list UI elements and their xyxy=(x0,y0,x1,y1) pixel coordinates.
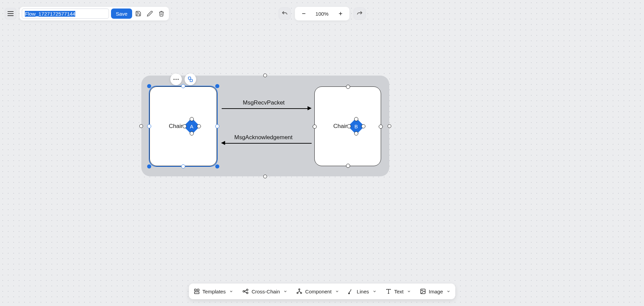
chevron-down-icon xyxy=(335,289,339,293)
redo-button[interactable] xyxy=(354,7,366,20)
group-handle-left[interactable] xyxy=(139,124,143,128)
chevron-down-icon xyxy=(407,289,411,293)
lines-menu[interactable]: Lines xyxy=(348,288,377,294)
zoom-control: 100% xyxy=(295,7,349,20)
zoom-out-button[interactable] xyxy=(298,8,309,19)
arrow-bottom-label: MsgAcknowledgement xyxy=(234,134,293,141)
templates-menu[interactable]: Templates xyxy=(193,288,233,294)
undo-button[interactable] xyxy=(279,7,291,20)
cross-chain-label: Cross-Chain xyxy=(252,289,280,294)
filename-input[interactable] xyxy=(22,9,109,19)
edit-button[interactable] xyxy=(144,8,155,19)
selection-handle-nw[interactable] xyxy=(147,84,151,88)
arrow-bottom[interactable] xyxy=(225,143,312,144)
image-menu[interactable]: Image xyxy=(420,288,451,294)
templates-label: Templates xyxy=(202,289,225,294)
image-label: Image xyxy=(429,289,443,294)
chevron-down-icon xyxy=(229,289,233,293)
overlap-squares-icon xyxy=(188,77,193,82)
chain-b-handle-n[interactable] xyxy=(346,85,350,89)
chain-a-label: Chain xyxy=(169,123,184,130)
selection-handle-w[interactable] xyxy=(147,124,151,128)
svg-point-22 xyxy=(348,293,349,294)
selection-handle-ne[interactable] xyxy=(215,84,219,88)
text-label: Text xyxy=(394,289,404,294)
selection-handle-sw[interactable] xyxy=(147,164,151,168)
node-more-actions-button[interactable] xyxy=(170,74,182,85)
badge-handle-bottom[interactable] xyxy=(190,131,194,135)
text-icon xyxy=(385,288,391,294)
undo-icon xyxy=(281,10,288,17)
badge-b-handle-bottom[interactable] xyxy=(354,131,358,135)
group-handle-right[interactable] xyxy=(388,124,391,128)
svg-point-16 xyxy=(299,289,300,290)
floppy-disk-icon xyxy=(135,11,141,17)
cross-chain-menu[interactable]: Cross-Chain xyxy=(242,288,287,294)
diagram-group[interactable]: Chain A Chain B MsgRecvPacket xyxy=(141,76,389,176)
svg-point-4 xyxy=(175,79,176,80)
image-icon xyxy=(420,288,426,294)
svg-point-11 xyxy=(243,291,245,292)
save-button[interactable]: Save xyxy=(111,9,132,19)
component-menu[interactable]: Component xyxy=(296,288,339,294)
lines-label: Lines xyxy=(357,289,369,294)
arrow-top-label: MsgRecvPacket xyxy=(243,99,285,106)
minus-icon xyxy=(301,11,307,16)
delete-button[interactable] xyxy=(156,8,167,19)
svg-point-5 xyxy=(177,79,178,80)
badge-b-handle-right[interactable] xyxy=(361,124,365,128)
svg-line-20 xyxy=(298,291,300,292)
chain-b-handle-e[interactable] xyxy=(379,125,383,129)
component-label: Component xyxy=(305,289,332,294)
pencil-icon xyxy=(147,11,153,17)
file-toolbar: Save xyxy=(20,7,169,20)
chain-b-node[interactable]: Chain B xyxy=(314,86,381,166)
badge-handle-right[interactable] xyxy=(197,124,201,128)
component-icon xyxy=(296,288,302,294)
svg-line-21 xyxy=(299,291,301,292)
bottom-toolbar: Templates Cross-Chain Component Lines Te… xyxy=(189,284,455,299)
zoom-in-button[interactable] xyxy=(335,8,346,19)
svg-line-14 xyxy=(245,290,247,291)
hamburger-icon xyxy=(7,11,14,16)
save-file-button[interactable] xyxy=(133,8,144,19)
chain-b-handle-w[interactable] xyxy=(313,125,317,129)
selection-handle-s[interactable] xyxy=(181,164,185,168)
chevron-down-icon xyxy=(283,289,287,293)
svg-point-26 xyxy=(422,290,422,291)
plus-icon xyxy=(338,11,343,16)
lines-icon xyxy=(348,288,354,294)
svg-rect-10 xyxy=(194,292,199,294)
chevron-down-icon xyxy=(372,289,376,293)
node-duplicate-button[interactable] xyxy=(185,74,196,85)
chevron-down-icon xyxy=(446,289,451,293)
chain-a-node[interactable]: Chain A xyxy=(150,86,217,166)
ellipsis-icon xyxy=(173,79,179,80)
svg-rect-6 xyxy=(188,77,191,79)
arrow-bottom-head xyxy=(221,141,225,145)
arrow-top[interactable] xyxy=(222,108,308,109)
text-menu[interactable]: Text xyxy=(385,288,411,294)
svg-point-13 xyxy=(247,292,248,294)
zoom-percent-label: 100% xyxy=(314,11,330,17)
group-handle-top[interactable] xyxy=(263,74,267,77)
arrow-top-head xyxy=(308,106,312,110)
redo-icon xyxy=(356,10,363,17)
group-handle-bottom[interactable] xyxy=(263,175,267,178)
cross-chain-icon xyxy=(242,288,249,294)
selection-handle-e[interactable] xyxy=(215,124,219,128)
svg-point-12 xyxy=(247,289,248,291)
chain-b-handle-s[interactable] xyxy=(346,164,350,168)
svg-rect-7 xyxy=(190,79,192,82)
svg-point-3 xyxy=(173,79,174,80)
selection-handle-se[interactable] xyxy=(215,164,219,168)
chain-b-label: Chain xyxy=(333,123,348,130)
main-menu-button[interactable] xyxy=(5,8,16,19)
trash-icon xyxy=(158,11,164,17)
svg-rect-9 xyxy=(197,289,199,291)
templates-icon xyxy=(193,288,200,294)
svg-line-15 xyxy=(245,292,247,293)
svg-rect-8 xyxy=(194,289,196,291)
